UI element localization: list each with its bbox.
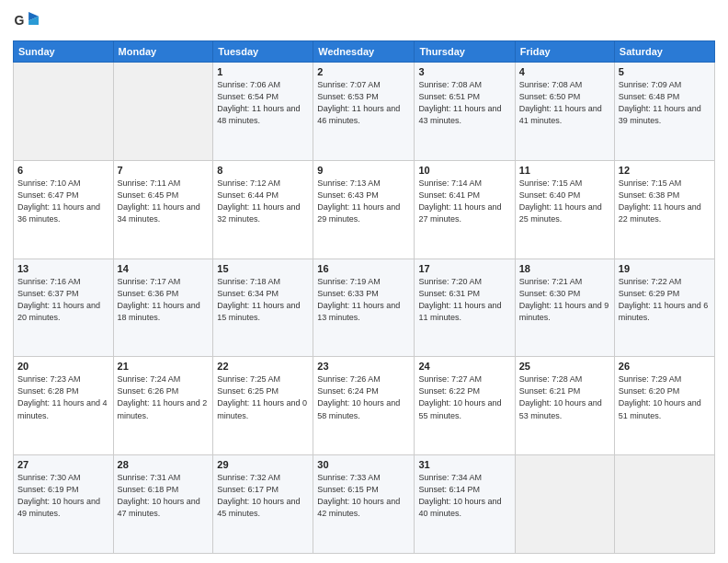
- calendar-week-3: 13Sunrise: 7:16 AM Sunset: 6:37 PM Dayli…: [14, 259, 715, 357]
- calendar-cell: 2Sunrise: 7:07 AM Sunset: 6:53 PM Daylig…: [313, 63, 415, 161]
- day-info: Sunrise: 7:08 AM Sunset: 6:51 PM Dayligh…: [418, 79, 510, 127]
- day-number: 18: [519, 263, 610, 274]
- day-info: Sunrise: 7:09 AM Sunset: 6:48 PM Dayligh…: [619, 79, 711, 127]
- day-number: 11: [519, 165, 610, 176]
- generalblue-logo-icon: G: [13, 9, 39, 35]
- weekday-header-tuesday: Tuesday: [213, 41, 313, 63]
- calendar-week-5: 27Sunrise: 7:30 AM Sunset: 6:19 PM Dayli…: [14, 455, 715, 554]
- calendar-cell: 29Sunrise: 7:32 AM Sunset: 6:17 PM Dayli…: [213, 455, 313, 554]
- day-info: Sunrise: 7:07 AM Sunset: 6:53 PM Dayligh…: [317, 79, 410, 127]
- day-info: Sunrise: 7:15 AM Sunset: 6:38 PM Dayligh…: [619, 178, 711, 225]
- day-info: Sunrise: 7:10 AM Sunset: 6:47 PM Dayligh…: [17, 178, 109, 225]
- day-number: 9: [317, 165, 410, 176]
- day-number: 16: [317, 263, 410, 274]
- calendar-cell: 28Sunrise: 7:31 AM Sunset: 6:18 PM Dayli…: [113, 455, 213, 554]
- calendar-cell: 18Sunrise: 7:21 AM Sunset: 6:30 PM Dayli…: [515, 259, 614, 357]
- calendar-cell: [515, 455, 614, 554]
- calendar-cell: 19Sunrise: 7:22 AM Sunset: 6:29 PM Dayli…: [614, 259, 714, 357]
- day-number: 27: [17, 459, 109, 470]
- calendar-cell: 23Sunrise: 7:26 AM Sunset: 6:24 PM Dayli…: [313, 357, 415, 455]
- calendar-cell: 13Sunrise: 7:16 AM Sunset: 6:37 PM Dayli…: [14, 259, 114, 357]
- calendar-cell: 24Sunrise: 7:27 AM Sunset: 6:22 PM Dayli…: [415, 357, 515, 455]
- weekday-header-row: SundayMondayTuesdayWednesdayThursdayFrid…: [14, 41, 715, 63]
- calendar-cell: 27Sunrise: 7:30 AM Sunset: 6:19 PM Dayli…: [14, 455, 114, 554]
- weekday-header-wednesday: Wednesday: [313, 41, 415, 63]
- header: G: [13, 9, 715, 35]
- calendar-cell: [14, 63, 114, 161]
- day-number: 13: [17, 263, 109, 274]
- day-number: 20: [17, 361, 109, 372]
- weekday-header-friday: Friday: [515, 41, 614, 63]
- day-number: 26: [619, 361, 711, 372]
- calendar-cell: 16Sunrise: 7:19 AM Sunset: 6:33 PM Dayli…: [313, 259, 415, 357]
- day-number: 24: [418, 361, 510, 372]
- calendar-cell: 14Sunrise: 7:17 AM Sunset: 6:36 PM Dayli…: [113, 259, 213, 357]
- day-info: Sunrise: 7:12 AM Sunset: 6:44 PM Dayligh…: [217, 178, 309, 225]
- day-number: 19: [619, 263, 711, 274]
- calendar-cell: 11Sunrise: 7:15 AM Sunset: 6:40 PM Dayli…: [515, 160, 614, 259]
- day-info: Sunrise: 7:13 AM Sunset: 6:43 PM Dayligh…: [317, 178, 410, 225]
- calendar-week-4: 20Sunrise: 7:23 AM Sunset: 6:28 PM Dayli…: [14, 357, 715, 455]
- day-number: 4: [519, 66, 610, 77]
- calendar-cell: 25Sunrise: 7:28 AM Sunset: 6:21 PM Dayli…: [515, 357, 614, 455]
- day-number: 7: [118, 165, 210, 176]
- calendar-cell: 26Sunrise: 7:29 AM Sunset: 6:20 PM Dayli…: [614, 357, 714, 455]
- day-number: 6: [17, 165, 109, 176]
- weekday-header-saturday: Saturday: [614, 41, 714, 63]
- day-info: Sunrise: 7:23 AM Sunset: 6:28 PM Dayligh…: [17, 373, 109, 421]
- day-info: Sunrise: 7:27 AM Sunset: 6:22 PM Dayligh…: [418, 373, 510, 421]
- calendar-cell: 3Sunrise: 7:08 AM Sunset: 6:51 PM Daylig…: [415, 63, 515, 161]
- page: G SundayMondayTuesdayWednesdayThursdayFr…: [0, 0, 728, 563]
- day-info: Sunrise: 7:33 AM Sunset: 6:15 PM Dayligh…: [317, 472, 410, 520]
- calendar-header: SundayMondayTuesdayWednesdayThursdayFrid…: [14, 41, 715, 63]
- day-number: 2: [317, 66, 410, 77]
- day-number: 3: [418, 66, 510, 77]
- day-number: 14: [118, 263, 210, 274]
- day-info: Sunrise: 7:08 AM Sunset: 6:50 PM Dayligh…: [519, 79, 610, 127]
- calendar-cell: 17Sunrise: 7:20 AM Sunset: 6:31 PM Dayli…: [415, 259, 515, 357]
- day-number: 5: [619, 66, 711, 77]
- weekday-header-sunday: Sunday: [14, 41, 114, 63]
- svg-text:G: G: [15, 13, 25, 28]
- calendar-cell: 21Sunrise: 7:24 AM Sunset: 6:26 PM Dayli…: [113, 357, 213, 455]
- calendar-cell: 6Sunrise: 7:10 AM Sunset: 6:47 PM Daylig…: [14, 160, 114, 259]
- day-number: 8: [217, 165, 309, 176]
- weekday-header-thursday: Thursday: [415, 41, 515, 63]
- calendar-cell: [614, 455, 714, 554]
- day-info: Sunrise: 7:11 AM Sunset: 6:45 PM Dayligh…: [118, 178, 210, 225]
- calendar-cell: 8Sunrise: 7:12 AM Sunset: 6:44 PM Daylig…: [213, 160, 313, 259]
- logo: G: [13, 9, 42, 35]
- day-number: 12: [619, 165, 711, 176]
- day-info: Sunrise: 7:14 AM Sunset: 6:41 PM Dayligh…: [418, 178, 510, 225]
- calendar-body: 1Sunrise: 7:06 AM Sunset: 6:54 PM Daylig…: [14, 63, 715, 554]
- calendar-cell: 12Sunrise: 7:15 AM Sunset: 6:38 PM Dayli…: [614, 160, 714, 259]
- calendar-cell: 1Sunrise: 7:06 AM Sunset: 6:54 PM Daylig…: [213, 63, 313, 161]
- calendar-cell: 5Sunrise: 7:09 AM Sunset: 6:48 PM Daylig…: [614, 63, 714, 161]
- day-info: Sunrise: 7:28 AM Sunset: 6:21 PM Dayligh…: [519, 373, 610, 421]
- day-number: 21: [118, 361, 210, 372]
- day-number: 25: [519, 361, 610, 372]
- day-number: 10: [418, 165, 510, 176]
- calendar-cell: 4Sunrise: 7:08 AM Sunset: 6:50 PM Daylig…: [515, 63, 614, 161]
- calendar-cell: 10Sunrise: 7:14 AM Sunset: 6:41 PM Dayli…: [415, 160, 515, 259]
- calendar-table: SundayMondayTuesdayWednesdayThursdayFrid…: [13, 40, 715, 554]
- calendar-week-1: 1Sunrise: 7:06 AM Sunset: 6:54 PM Daylig…: [14, 63, 715, 161]
- calendar-week-2: 6Sunrise: 7:10 AM Sunset: 6:47 PM Daylig…: [14, 160, 715, 259]
- day-info: Sunrise: 7:06 AM Sunset: 6:54 PM Dayligh…: [217, 79, 309, 127]
- day-info: Sunrise: 7:20 AM Sunset: 6:31 PM Dayligh…: [418, 276, 510, 324]
- day-number: 31: [418, 459, 510, 470]
- day-info: Sunrise: 7:30 AM Sunset: 6:19 PM Dayligh…: [17, 472, 109, 520]
- calendar-cell: 30Sunrise: 7:33 AM Sunset: 6:15 PM Dayli…: [313, 455, 415, 554]
- day-info: Sunrise: 7:31 AM Sunset: 6:18 PM Dayligh…: [118, 472, 210, 520]
- calendar-cell: [113, 63, 213, 161]
- day-number: 23: [317, 361, 410, 372]
- day-info: Sunrise: 7:29 AM Sunset: 6:20 PM Dayligh…: [619, 373, 711, 421]
- day-number: 30: [317, 459, 410, 470]
- day-number: 22: [217, 361, 309, 372]
- day-info: Sunrise: 7:25 AM Sunset: 6:25 PM Dayligh…: [217, 373, 309, 421]
- day-number: 15: [217, 263, 309, 274]
- calendar-cell: 9Sunrise: 7:13 AM Sunset: 6:43 PM Daylig…: [313, 160, 415, 259]
- calendar-cell: 7Sunrise: 7:11 AM Sunset: 6:45 PM Daylig…: [113, 160, 213, 259]
- calendar-cell: 31Sunrise: 7:34 AM Sunset: 6:14 PM Dayli…: [415, 455, 515, 554]
- day-info: Sunrise: 7:32 AM Sunset: 6:17 PM Dayligh…: [217, 472, 309, 520]
